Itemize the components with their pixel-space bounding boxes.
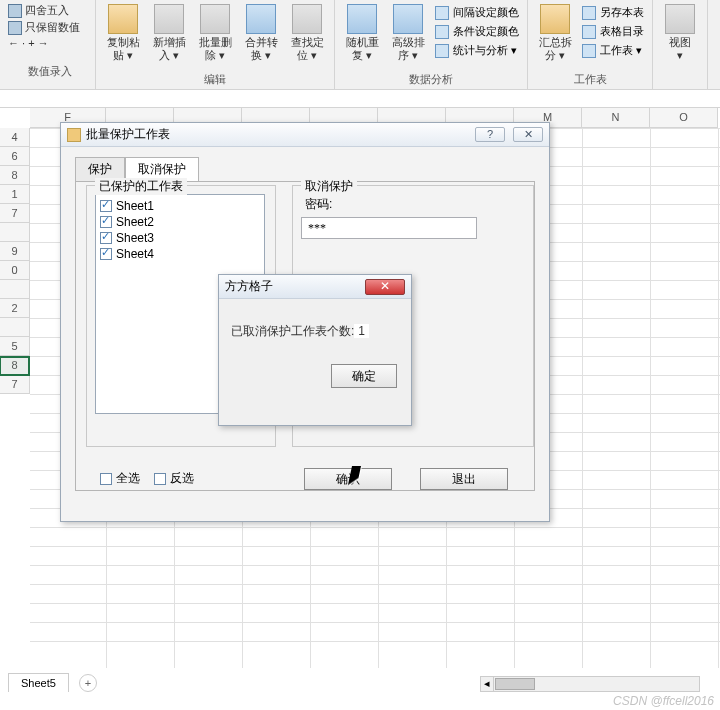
list-item[interactable]: Sheet3 — [100, 230, 260, 246]
view-icon — [665, 4, 695, 34]
checkbox-icon[interactable] — [100, 216, 112, 228]
column-header[interactable]: O — [650, 108, 718, 128]
left-legend: 已保护的工作表 — [95, 178, 187, 195]
arrow-controls[interactable]: ← · + → — [6, 36, 93, 50]
row-header[interactable]: 9 — [0, 242, 30, 261]
view-button[interactable]: 视图 ▾ — [659, 2, 701, 87]
stats-icon — [435, 44, 449, 58]
summary-split-button[interactable]: 汇总拆 分 ▾ — [534, 2, 576, 72]
sheet-tabstrip: Sheet5 + — [8, 673, 97, 692]
worksheet-button[interactable]: 工作表 ▾ — [580, 42, 646, 59]
ribbon-group-view: 视图 ▾ — [653, 0, 708, 89]
random-icon — [347, 4, 377, 34]
group-label-edit: 编辑 — [102, 72, 328, 89]
ribbon-group-input: 四舍五入 只保留数值 ← · + → 数值录入 — [4, 0, 96, 89]
message-title: 方方格子 — [225, 278, 273, 295]
condition-icon — [435, 25, 449, 39]
merge-convert-button[interactable]: 合并转 换 ▾ — [240, 2, 282, 72]
formula-bar[interactable] — [0, 90, 720, 108]
add-sheet-button[interactable]: + — [79, 674, 97, 692]
merge-icon — [246, 4, 276, 34]
select-all-checkbox[interactable]: 全选 — [100, 470, 140, 487]
interval-icon — [435, 6, 449, 20]
insert-button[interactable]: 新增插 入 ▾ — [148, 2, 190, 72]
checkbox-icon — [154, 473, 166, 485]
ribbon-group-edit: 复制粘 贴 ▾ 新增插 入 ▾ 批量删 除 ▾ 合并转 换 ▾ 查找定 位 ▾ … — [96, 0, 335, 89]
checkbox-icon[interactable] — [100, 232, 112, 244]
row-header[interactable]: 8 — [0, 166, 30, 185]
confirm-button[interactable]: 确认 — [304, 468, 392, 490]
row-header[interactable]: 5 — [0, 337, 30, 356]
window-icon — [67, 128, 81, 142]
row-header[interactable]: 6 — [0, 147, 30, 166]
watermark: CSDN @ffcell2016 — [613, 694, 714, 708]
column-header[interactable]: N — [582, 108, 650, 128]
list-item[interactable]: Sheet2 — [100, 214, 260, 230]
group-label-view — [659, 87, 701, 89]
saveas-icon — [582, 6, 596, 20]
password-label: 密码: — [305, 196, 525, 213]
message-dialog: 方方格子 ✕ 已取消保护工作表个数:1 确定 — [218, 274, 412, 426]
sort-icon — [393, 4, 423, 34]
row-header[interactable]: 7 — [0, 204, 30, 223]
locate-icon — [292, 4, 322, 34]
checkbox-icon[interactable] — [100, 248, 112, 260]
stats-analysis-button[interactable]: 统计与分析 ▾ — [433, 42, 521, 59]
find-locate-button[interactable]: 查找定 位 ▾ — [286, 2, 328, 72]
round-button[interactable]: 四舍五入 — [6, 2, 93, 19]
help-button[interactable]: ? — [475, 127, 505, 142]
right-legend: 取消保护 — [301, 178, 357, 195]
batch-delete-button[interactable]: 批量删 除 ▾ — [194, 2, 236, 72]
checkbox-icon[interactable] — [100, 200, 112, 212]
sheet-tab[interactable]: Sheet5 — [8, 673, 69, 692]
worksheet-icon — [582, 44, 596, 58]
list-item[interactable]: Sheet1 — [100, 198, 260, 214]
scrollbar-thumb[interactable] — [495, 678, 535, 690]
ribbon-group-sheet: 汇总拆 分 ▾ 另存本表 表格目录 工作表 ▾ 工作表 — [528, 0, 653, 89]
close-button[interactable]: ✕ — [513, 127, 543, 142]
horizontal-scrollbar[interactable]: ◂ — [480, 676, 700, 692]
row-header[interactable] — [0, 223, 30, 242]
keep-numeric-button[interactable]: 只保留数值 — [6, 19, 93, 36]
list-item[interactable]: Sheet4 — [100, 246, 260, 262]
interval-color-button[interactable]: 间隔设定颜色 — [433, 4, 521, 21]
row-header[interactable]: 2 — [0, 299, 30, 318]
message-text: 已取消保护工作表个数:1 — [219, 299, 411, 340]
ribbon-group-data: 随机重 复 ▾ 高级排 序 ▾ 间隔设定颜色 条件设定颜色 统计与分析 ▾ 数据… — [335, 0, 528, 89]
condition-color-button[interactable]: 条件设定颜色 — [433, 23, 521, 40]
dialog-titlebar[interactable]: 批量保护工作表 ? ✕ — [61, 123, 549, 147]
round-icon — [8, 4, 22, 18]
row-header[interactable]: 0 — [0, 261, 30, 280]
row-header[interactable]: 1 — [0, 185, 30, 204]
group-label-input: 数值录入 — [6, 64, 93, 81]
checkbox-icon — [100, 473, 112, 485]
copy-paste-button[interactable]: 复制粘 贴 ▾ — [102, 2, 144, 72]
row-header[interactable] — [0, 280, 30, 299]
selected-cell[interactable] — [0, 356, 30, 376]
ribbon: 四舍五入 只保留数值 ← · + → 数值录入 复制粘 贴 ▾ 新增插 入 ▾ … — [0, 0, 720, 90]
password-input[interactable] — [301, 217, 477, 239]
clipboard-icon — [108, 4, 138, 34]
split-icon — [540, 4, 570, 34]
toc-icon — [582, 25, 596, 39]
close-icon[interactable]: ✕ — [365, 279, 405, 295]
row-header[interactable] — [0, 318, 30, 337]
advanced-sort-button[interactable]: 高级排 序 ▾ — [387, 2, 429, 72]
group-label-sheet: 工作表 — [534, 72, 646, 89]
save-as-sheet-button[interactable]: 另存本表 — [580, 4, 646, 21]
insert-icon — [154, 4, 184, 34]
sheet-toc-button[interactable]: 表格目录 — [580, 23, 646, 40]
random-repeat-button[interactable]: 随机重 复 ▾ — [341, 2, 383, 72]
dialog-title: 批量保护工作表 — [86, 126, 170, 143]
row-header[interactable]: 4 — [0, 128, 30, 147]
message-titlebar[interactable]: 方方格子 ✕ — [219, 275, 411, 299]
abc-icon — [8, 21, 22, 35]
row-header[interactable]: 7 — [0, 375, 30, 394]
delete-icon — [200, 4, 230, 34]
group-label-data: 数据分析 — [341, 72, 521, 89]
ok-button[interactable]: 确定 — [331, 364, 397, 388]
invert-checkbox[interactable]: 反选 — [154, 470, 194, 487]
exit-button[interactable]: 退出 — [420, 468, 508, 490]
